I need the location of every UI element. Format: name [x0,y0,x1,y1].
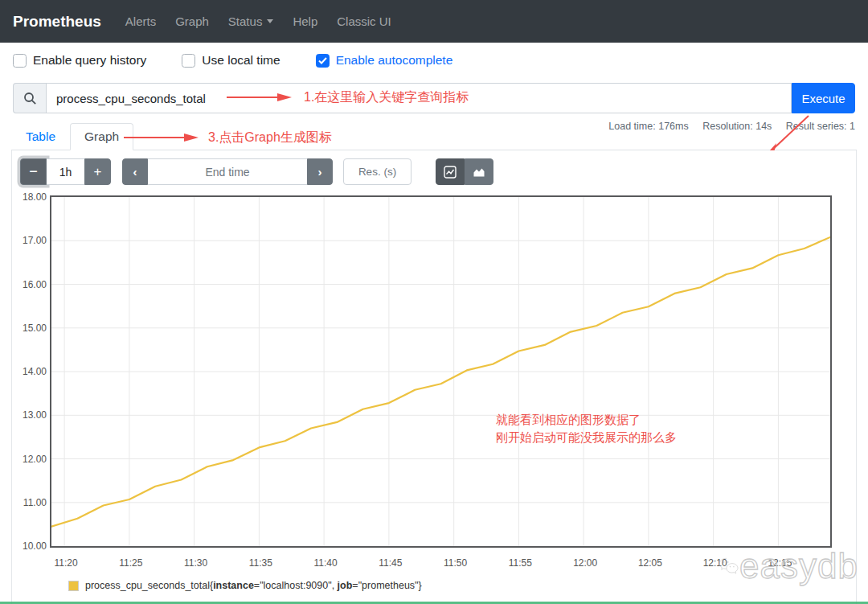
search-icon [13,83,46,113]
x-axis-tick-label: 11:20 [55,557,78,569]
resolution-input[interactable] [343,158,411,185]
x-axis-tick-label: 12:15 [768,557,792,569]
annotation-step3: 3.点击Graph生成图标 [208,129,332,146]
x-axis-tick-label: 11:55 [509,557,532,569]
nav-item-status-dropdown[interactable]: Status [219,8,284,35]
graph-controls: − + ‹ › [20,158,493,185]
y-axis-tick-label: 14.00 [12,366,47,377]
navbar: Prometheus Alerts Graph Status Help Clas… [0,0,868,43]
time-forward-button[interactable]: › [307,158,333,185]
nav-item-classic-ui[interactable]: Classic UI [327,8,401,35]
chart-plot-area[interactable]: 就能看到相应的图形数据了 刚开始启动可能没我展示的那么多 [50,195,832,548]
tab-table[interactable]: Table [11,123,70,150]
x-axis-tick-label: 11:30 [184,557,207,569]
line-chart-icon [444,166,457,179]
range-increase-button[interactable]: + [84,158,111,185]
query-stats: Load time: 176ms Resolution: 14s Result … [597,121,855,132]
time-back-button[interactable]: ‹ [122,158,148,185]
y-axis-tick-label: 11.00 [12,497,47,508]
annotation-arrow-3 [123,131,200,144]
checkbox-enable-query-history[interactable]: Enable query history [13,53,146,68]
checkbox-label: Use local time [202,53,280,68]
nav-item-label: Status [228,14,263,28]
checkbox-icon[interactable] [316,54,330,68]
nav-item-label: Help [293,14,317,28]
x-axis-tick-label: 11:50 [444,557,467,569]
checkbox-label: Enable autocomplete [336,53,453,68]
brand-prometheus[interactable]: Prometheus [13,13,101,31]
x-axis-tick-label: 11:45 [379,557,402,569]
x-axis-tick-label: 11:25 [119,557,142,569]
range-decrease-button[interactable]: − [20,158,47,185]
checkbox-icon[interactable] [13,54,27,68]
x-axis-tick-label: 11:35 [249,557,272,569]
annotation-step1: 1.在这里输入关键字查询指标 [304,89,469,106]
chart-legend[interactable]: process_cpu_seconds_total{instance="loca… [68,580,422,591]
checkbox-enable-autocomplete[interactable]: Enable autocomplete [316,53,453,68]
chevron-down-icon [267,19,273,23]
nav-item-label: Classic UI [337,14,391,28]
nav-item-alerts[interactable]: Alerts [116,8,166,35]
y-axis-tick-label: 16.00 [12,279,47,290]
y-axis-tick-label: 18.00 [12,191,47,203]
line-chart-toggle-button[interactable] [436,158,465,185]
y-axis-tick-label: 13.00 [12,409,47,421]
chart-canvas [51,197,830,546]
x-axis-tick-label: 11:40 [314,557,338,569]
y-axis-tick-label: 12.00 [12,454,47,465]
nav-item-graph[interactable]: Graph [166,8,219,35]
range-input[interactable] [47,158,84,185]
chart-note-line1: 就能看到相应的图形数据了 [496,411,677,429]
execute-button[interactable]: Execute [792,83,855,113]
graph-panel: − + ‹ › 10.0011.0012.0013.0014.0015.0016… [11,150,857,604]
checkbox-icon[interactable] [182,54,195,68]
legend-color-swatch [68,581,79,591]
y-axis-tick-label: 15.00 [12,323,47,334]
chart-note-line2: 刚开始启动可能没我展示的那么多 [496,429,677,446]
annotation-chart-note: 就能看到相应的图形数据了 刚开始启动可能没我展示的那么多 [496,411,677,446]
stacked-chart-toggle-button[interactable] [465,158,493,185]
nav-item-label: Alerts [125,14,156,28]
area-chart-icon [473,166,485,179]
load-time: Load time: 176ms [608,121,688,132]
nav-item-label: Graph [175,14,209,28]
end-time-input[interactable] [148,158,307,185]
y-axis-tick-label: 17.00 [12,235,47,246]
x-axis-tick-label: 12:10 [703,557,727,569]
options-row: Enable query history Use local time Enab… [13,53,452,68]
x-axis-tick-label: 12:05 [638,557,662,569]
checkbox-label: Enable query history [33,53,146,68]
nav-item-help[interactable]: Help [283,8,327,35]
y-axis-tick-label: 10.00 [12,540,47,552]
annotation-arrow-1 [226,91,293,104]
x-axis-tick-label: 12:00 [573,557,597,569]
legend-series-label: process_cpu_seconds_total{instance="loca… [85,580,422,591]
checkbox-use-local-time[interactable]: Use local time [182,53,280,68]
